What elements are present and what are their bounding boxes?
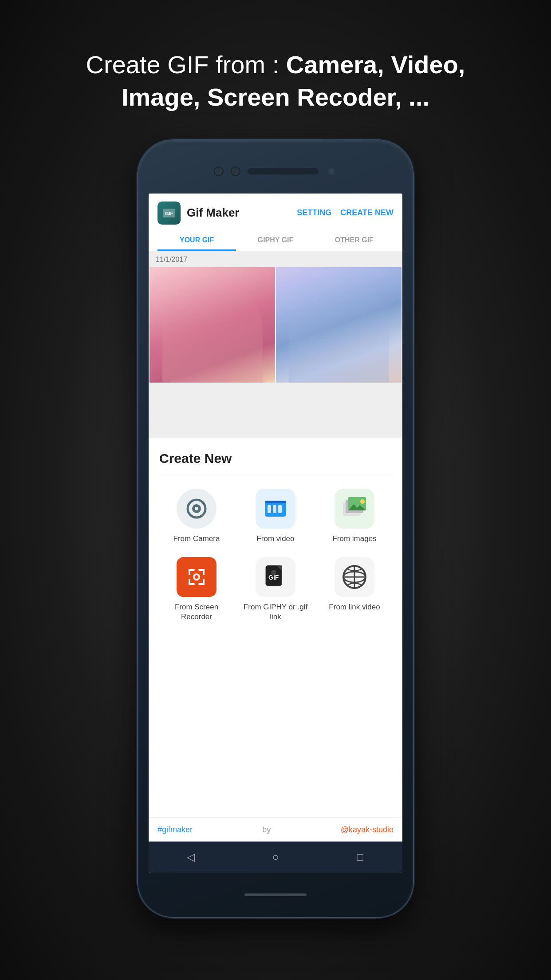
svg-point-26	[195, 575, 198, 579]
gif-thumbnail-2[interactable]	[276, 267, 401, 383]
phone-screen: GIF Gif Maker SETTING CREATE NEW YOUR GI…	[149, 194, 402, 873]
option-link-video[interactable]: From link video	[317, 557, 392, 622]
home-nav-icon[interactable]: ○	[268, 849, 283, 865]
svg-point-15	[360, 499, 365, 504]
headline-text-3: Image, Screen Recoder, ...	[122, 83, 429, 111]
option-screen-recorder[interactable]: From Screen Recorder	[159, 557, 234, 622]
screen-recorder-label: From Screen Recorder	[159, 602, 234, 622]
screen-recorder-icon	[184, 565, 209, 589]
option-images[interactable]: From images	[317, 489, 392, 544]
images-icon-bg	[335, 489, 374, 529]
headline: Create GIF from : Camera, Video, Image, …	[76, 49, 475, 114]
images-label: From images	[332, 534, 376, 544]
headline-text-1: Create GIF from :	[86, 51, 286, 79]
svg-rect-22	[189, 579, 190, 585]
back-nav-icon[interactable]: ◁	[183, 849, 199, 865]
giphy-icon: GIF	[262, 564, 289, 590]
nav-bar: ◁ ○ □	[149, 842, 402, 873]
by-text: by	[262, 825, 271, 834]
camera-icon	[185, 497, 209, 521]
giphy-icon-bg: GIF	[256, 557, 295, 597]
svg-rect-20	[203, 569, 205, 575]
svg-point-4	[195, 507, 198, 510]
camera-dot-right	[231, 166, 240, 176]
camera-label: From Camera	[173, 534, 220, 544]
gif-gallery: 11/1/2017	[149, 251, 402, 438]
images-icon	[341, 495, 368, 522]
create-new-title: Create New	[159, 451, 392, 466]
camera-icon-bg	[177, 489, 216, 529]
setting-button[interactable]: SETTING	[297, 208, 331, 217]
create-new-button[interactable]: CREATE NEW	[340, 208, 394, 217]
screen-recorder-icon-bg	[177, 557, 216, 597]
video-icon	[263, 496, 288, 521]
app-header: GIF Gif Maker SETTING CREATE NEW YOUR GI…	[149, 194, 402, 251]
option-camera[interactable]: From Camera	[159, 489, 234, 544]
app-logo: GIF	[157, 202, 181, 225]
panel-divider	[159, 475, 392, 475]
giphy-label: From GIPHY or .gif link	[238, 602, 313, 622]
phone-bottom-bezel	[138, 873, 413, 917]
gif-preview-1	[162, 279, 262, 383]
app-header-top: GIF Gif Maker SETTING CREATE NEW	[157, 202, 394, 225]
svg-rect-6	[265, 501, 286, 503]
svg-rect-8	[273, 505, 276, 513]
footer-bar: #gifmaker by @kayak-studio	[149, 818, 402, 842]
recents-nav-icon[interactable]: □	[352, 849, 368, 865]
svg-rect-9	[278, 505, 282, 513]
create-new-panel: Create New From Camera	[149, 438, 402, 818]
headline-text-2: Camera, Video,	[286, 51, 465, 79]
phone-top-bezel	[138, 140, 413, 194]
camera-dot-left	[214, 166, 224, 176]
video-icon-bg	[256, 489, 295, 529]
front-camera	[326, 166, 337, 177]
option-video[interactable]: From video	[238, 489, 313, 544]
option-giphy[interactable]: GIF From GIPHY or .gif link	[238, 557, 313, 622]
phone-device: GIF Gif Maker SETTING CREATE NEW YOUR GI…	[138, 140, 413, 917]
tab-other-gif[interactable]: OTHER GIF	[315, 231, 394, 251]
svg-rect-24	[203, 579, 205, 585]
date-label: 11/1/2017	[149, 251, 402, 267]
video-label: From video	[256, 534, 294, 544]
link-video-icon-bg	[335, 557, 374, 597]
hashtag-text: #gifmaker	[157, 825, 193, 834]
gif-preview-2	[288, 279, 389, 383]
link-video-icon	[341, 564, 368, 590]
tab-your-gif[interactable]: YOUR GIF	[157, 231, 236, 251]
svg-text:GIF: GIF	[165, 211, 173, 216]
home-indicator	[244, 893, 307, 896]
svg-rect-7	[268, 505, 271, 513]
gif-grid	[149, 267, 402, 383]
gif-thumbnail-1[interactable]	[150, 267, 275, 383]
options-grid: From Camera From video	[159, 489, 392, 622]
speaker-grille	[248, 168, 319, 174]
svg-point-31	[271, 570, 276, 575]
tab-giphy-gif[interactable]: GIPHY GIF	[236, 231, 315, 251]
link-video-label: From link video	[329, 602, 380, 612]
app-title: Gif Maker	[187, 206, 288, 220]
svg-rect-18	[189, 569, 190, 575]
tab-bar: YOUR GIF GIPHY GIF OTHER GIF	[157, 231, 394, 251]
studio-link: @kayak-studio	[341, 825, 394, 834]
